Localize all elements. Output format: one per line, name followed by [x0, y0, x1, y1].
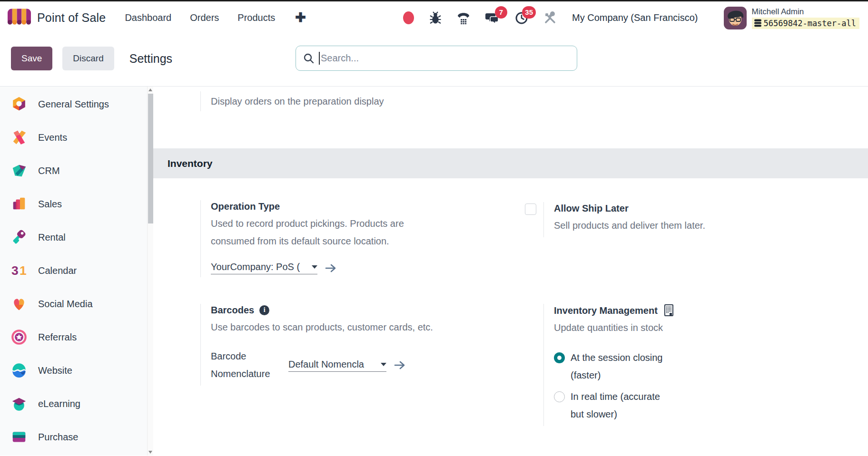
svg-text:1: 1: [20, 263, 27, 278]
internal-link-arrow-icon[interactable]: [394, 360, 406, 370]
setting-title: Operation Type: [211, 200, 448, 213]
sidebar-item-label: Website: [38, 365, 72, 376]
database-name: 56569842-master-all: [764, 19, 856, 28]
point-of-sale-app-icon[interactable]: [8, 9, 31, 28]
discard-button[interactable]: Discard: [62, 47, 114, 70]
caret-down-icon: [312, 265, 317, 269]
sidebar-item-general-settings[interactable]: General Settings: [0, 87, 147, 121]
setting-description: Used to record product pickings. Product…: [211, 215, 448, 250]
search-box[interactable]: [296, 46, 577, 71]
allow-ship-later-checkbox[interactable]: [525, 204, 536, 215]
database-badge: 56569842-master-all: [752, 18, 859, 29]
control-panel: Save Discard Settings: [0, 34, 868, 87]
events-icon: [11, 129, 27, 146]
top-navbar: Point of Sale Dashboard Orders Products …: [0, 1, 868, 34]
save-button[interactable]: Save: [11, 47, 52, 70]
building-icon: [663, 304, 675, 317]
operation-type-select[interactable]: YourCompany: PoS (: [211, 262, 317, 274]
barcodes-title-text: Barcodes: [211, 304, 254, 316]
inventory-update-radio-group: At the session closing (faster) In real …: [554, 349, 753, 423]
inventory-management-title-text: Inventory Management: [554, 304, 658, 317]
section-title: Inventory: [168, 158, 213, 169]
radio-option-session-closing[interactable]: At the session closing (faster): [554, 349, 753, 384]
scrollbar-thumb[interactable]: [148, 94, 153, 223]
scroll-down-arrow[interactable]: [148, 449, 153, 456]
setting-description: Update quantities in stock: [554, 319, 753, 337]
user-meta: Mitchell Admin 56569842-master-all: [752, 7, 859, 29]
sidebar-item-social-media[interactable]: Social Media: [0, 287, 147, 320]
search-input[interactable]: [321, 53, 570, 64]
field-label: Barcode Nomenclature: [211, 348, 288, 383]
sidebar-item-rental[interactable]: Rental: [0, 221, 147, 254]
sidebar-scrollbar[interactable]: [147, 87, 153, 456]
radio-option-real-time[interactable]: In real time (accurate but slower): [554, 388, 753, 423]
barcode-nomenclature-value: Default Nomencla: [288, 359, 364, 370]
settings-column-right: Allow Ship Later Sell products and deliv…: [511, 178, 868, 426]
tools-icon[interactable]: [543, 11, 557, 25]
setting-operation-type: Operation Type Used to record product pi…: [182, 200, 511, 277]
barcode-nomenclature-row: Barcode Nomenclature Default Nomencla: [211, 348, 448, 383]
sidebar-item-label: Social Media: [38, 299, 93, 310]
setting-barcodes: Barcodes i Use barcodes to scan products…: [182, 304, 511, 386]
bug-icon[interactable]: [429, 11, 442, 25]
sidebar-item-label: Purchase: [38, 432, 79, 443]
radio-unselected-icon[interactable]: [554, 391, 565, 402]
elearning-icon: [11, 396, 27, 412]
sidebar-item-referrals[interactable]: Referrals: [0, 320, 147, 354]
phone-icon[interactable]: [457, 11, 470, 24]
record-icon[interactable]: [403, 11, 414, 24]
menu-orders[interactable]: Orders: [190, 12, 219, 23]
sidebar-item-purchase[interactable]: Purchase: [0, 420, 147, 454]
sidebar-item-label: CRM: [38, 165, 60, 176]
info-icon[interactable]: i: [259, 305, 269, 315]
referrals-icon: [11, 329, 27, 345]
section-header-inventory: Inventory: [153, 148, 868, 178]
operation-type-value: YourCompany: PoS (: [211, 262, 300, 272]
messages-badge: 7: [495, 6, 507, 19]
main-menu: Dashboard Orders Products: [125, 12, 275, 23]
database-icon: [754, 19, 761, 27]
company-switcher[interactable]: My Company (San Francisco): [572, 12, 698, 23]
scroll-up-arrow[interactable]: [148, 87, 153, 93]
calendar-icon: 3 1: [11, 262, 27, 279]
partial-setting-text: Display orders on the preparation displa…: [200, 91, 384, 111]
user-menu[interactable]: Mitchell Admin 56569842-master-all: [724, 7, 859, 29]
menu-products[interactable]: Products: [237, 12, 275, 23]
menu-dashboard[interactable]: Dashboard: [125, 12, 171, 23]
sidebar-item-crm[interactable]: CRM: [0, 154, 147, 187]
settings-column-left: Operation Type Used to record product pi…: [153, 178, 511, 426]
sidebar-item-calendar[interactable]: 3 1 Calendar: [0, 254, 147, 287]
caret-down-icon: [381, 363, 386, 366]
text-cursor: [319, 52, 320, 65]
settings-grid: Operation Type Used to record product pi…: [153, 178, 868, 426]
sidebar-item-label: eLearning: [38, 398, 80, 409]
sidebar-item-label: Referrals: [38, 332, 77, 343]
sidebar-item-sales[interactable]: Sales: [0, 187, 147, 221]
sidebar-item-elearning[interactable]: eLearning: [0, 387, 147, 420]
sidebar-item-website[interactable]: Website: [0, 354, 147, 387]
search-icon: [303, 53, 315, 64]
social-media-icon: [11, 296, 27, 312]
systray: 7 35 My Company (San Francisco): [403, 7, 859, 29]
sales-icon: [11, 196, 27, 212]
radio-label-line: (faster): [571, 367, 662, 384]
rental-icon: [11, 229, 27, 245]
partial-setting-row: Display orders on the preparation displa…: [182, 91, 868, 111]
messages-icon[interactable]: 7: [485, 11, 500, 25]
avatar: [724, 7, 747, 29]
sidebar-item-events[interactable]: Events: [0, 121, 147, 154]
plus-icon[interactable]: ✚: [295, 11, 306, 24]
barcode-nomenclature-select[interactable]: Default Nomencla: [288, 359, 386, 372]
sidebar-item-label: Calendar: [38, 265, 77, 276]
svg-text:3: 3: [11, 263, 19, 278]
description-line: Used to record product pickings. Product…: [211, 215, 448, 233]
activities-clock-icon[interactable]: 35: [515, 11, 528, 25]
radio-selected-icon[interactable]: [554, 352, 565, 363]
radio-label-line: but slower): [571, 406, 660, 423]
awning-logo-icon: [8, 9, 31, 28]
user-name: Mitchell Admin: [752, 7, 859, 17]
setting-description: Sell products and deliver them later.: [554, 217, 753, 234]
setting-title: Inventory Management: [554, 304, 753, 317]
internal-link-arrow-icon[interactable]: [325, 263, 337, 273]
settings-content: Display orders on the preparation displa…: [153, 87, 868, 456]
